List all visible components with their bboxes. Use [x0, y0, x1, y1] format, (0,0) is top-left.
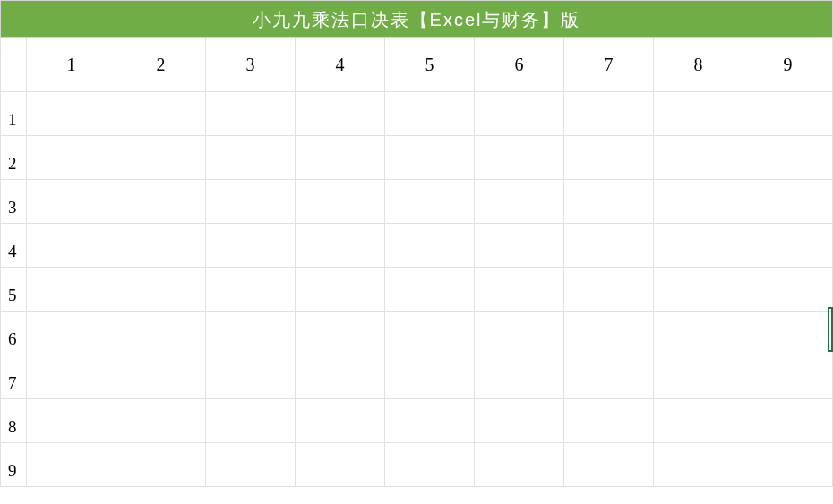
cell[interactable]	[385, 92, 475, 136]
cell[interactable]	[116, 92, 206, 136]
col-header-3[interactable]: 3	[206, 38, 296, 92]
row-header-2[interactable]: 2	[1, 136, 27, 180]
cell[interactable]	[564, 443, 654, 487]
cell[interactable]	[206, 312, 296, 355]
cell[interactable]	[743, 399, 833, 443]
cell[interactable]	[296, 180, 385, 224]
cell[interactable]	[654, 268, 743, 312]
cell[interactable]	[206, 92, 296, 136]
cell[interactable]	[116, 399, 206, 443]
cell[interactable]	[385, 312, 475, 355]
cell[interactable]	[27, 224, 116, 268]
cell[interactable]	[475, 224, 564, 268]
cell[interactable]	[385, 224, 475, 268]
row-header-5[interactable]: 5	[1, 268, 27, 312]
cell[interactable]	[654, 92, 743, 136]
col-header-1[interactable]: 1	[27, 38, 116, 92]
col-header-4[interactable]: 4	[296, 38, 385, 92]
cell[interactable]	[296, 312, 385, 355]
cell[interactable]	[743, 268, 833, 312]
col-header-8[interactable]: 8	[654, 38, 743, 92]
row-header-4[interactable]: 4	[1, 224, 27, 268]
cell[interactable]	[296, 443, 385, 487]
cell[interactable]	[743, 312, 833, 355]
cell[interactable]	[475, 136, 564, 180]
row-header-8[interactable]: 8	[1, 399, 27, 443]
cell[interactable]	[564, 268, 654, 312]
cell[interactable]	[475, 399, 564, 443]
cell[interactable]	[654, 180, 743, 224]
cell[interactable]	[296, 268, 385, 312]
cell[interactable]	[27, 268, 116, 312]
col-header-7[interactable]: 7	[564, 38, 654, 92]
cell[interactable]	[475, 443, 564, 487]
cell[interactable]	[743, 136, 833, 180]
cell[interactable]	[564, 136, 654, 180]
cell[interactable]	[385, 180, 475, 224]
cell[interactable]	[385, 355, 475, 399]
row-header-7[interactable]: 7	[1, 355, 27, 399]
cell[interactable]	[27, 443, 116, 487]
cell[interactable]	[206, 268, 296, 312]
cell[interactable]	[296, 399, 385, 443]
cell[interactable]	[116, 355, 206, 399]
cell[interactable]	[564, 92, 654, 136]
cell[interactable]	[116, 180, 206, 224]
cell[interactable]	[296, 136, 385, 180]
cell[interactable]	[27, 180, 116, 224]
cell[interactable]	[27, 355, 116, 399]
cell[interactable]	[564, 312, 654, 355]
cell[interactable]	[116, 312, 206, 355]
cell[interactable]	[206, 224, 296, 268]
cell[interactable]	[743, 355, 833, 399]
cell[interactable]	[654, 355, 743, 399]
cell[interactable]	[27, 92, 116, 136]
cell[interactable]	[743, 443, 833, 487]
cell[interactable]	[116, 443, 206, 487]
cell[interactable]	[564, 355, 654, 399]
cell[interactable]	[654, 136, 743, 180]
cell[interactable]	[475, 92, 564, 136]
col-header-9[interactable]: 9	[743, 38, 833, 92]
cell[interactable]	[475, 355, 564, 399]
cell[interactable]	[296, 92, 385, 136]
cell[interactable]	[296, 224, 385, 268]
cell[interactable]	[385, 268, 475, 312]
corner-cell[interactable]	[1, 38, 27, 92]
cell[interactable]	[206, 136, 296, 180]
col-header-2[interactable]: 2	[116, 38, 206, 92]
cell[interactable]	[743, 224, 833, 268]
cell[interactable]	[654, 312, 743, 355]
cell[interactable]	[116, 268, 206, 312]
row-header-9[interactable]: 9	[1, 443, 27, 487]
cell[interactable]	[654, 224, 743, 268]
cell[interactable]	[385, 443, 475, 487]
cell[interactable]	[564, 180, 654, 224]
cell[interactable]	[27, 312, 116, 355]
cell[interactable]	[743, 180, 833, 224]
cell[interactable]	[206, 355, 296, 399]
col-header-6[interactable]: 6	[475, 38, 564, 92]
cell[interactable]	[385, 136, 475, 180]
cell[interactable]	[116, 136, 206, 180]
row-header-1[interactable]: 1	[1, 92, 27, 136]
cell[interactable]	[564, 399, 654, 443]
row-header-6[interactable]: 6	[1, 312, 27, 355]
cell[interactable]	[475, 268, 564, 312]
cell[interactable]	[564, 224, 654, 268]
cell[interactable]	[654, 399, 743, 443]
cell[interactable]	[206, 399, 296, 443]
cell[interactable]	[116, 224, 206, 268]
cell[interactable]	[743, 92, 833, 136]
row-header-3[interactable]: 3	[1, 180, 27, 224]
cell[interactable]	[654, 443, 743, 487]
cell[interactable]	[385, 399, 475, 443]
cell[interactable]	[206, 180, 296, 224]
cell[interactable]	[475, 312, 564, 355]
cell[interactable]	[206, 443, 296, 487]
cell[interactable]	[296, 355, 385, 399]
cell[interactable]	[475, 180, 564, 224]
cell[interactable]	[27, 399, 116, 443]
cell[interactable]	[27, 136, 116, 180]
col-header-5[interactable]: 5	[385, 38, 475, 92]
